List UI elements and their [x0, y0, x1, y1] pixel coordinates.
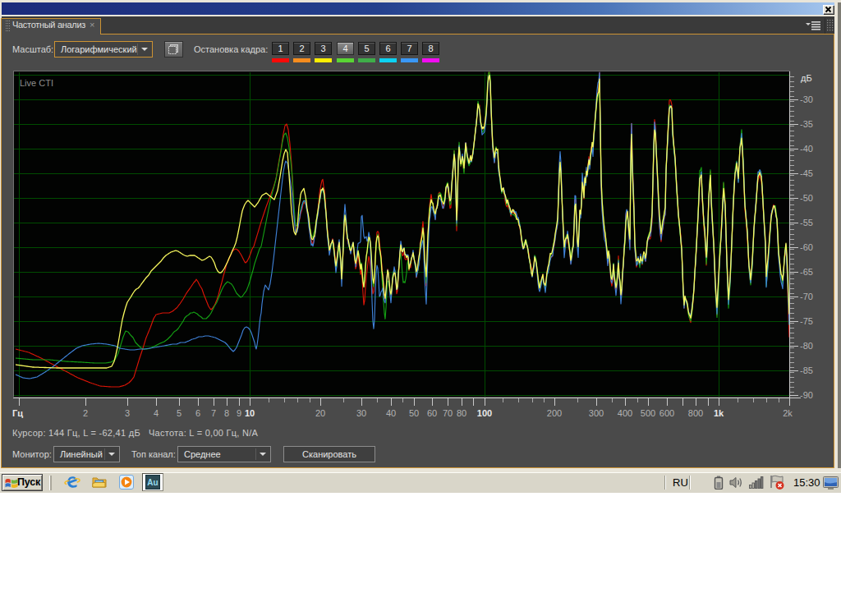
- svg-text:5: 5: [177, 408, 182, 418]
- svg-text:8: 8: [224, 408, 229, 418]
- svg-text:6: 6: [195, 408, 200, 418]
- svg-text:10: 10: [245, 408, 255, 418]
- svg-text:-40: -40: [800, 144, 813, 154]
- svg-text:2: 2: [83, 408, 88, 418]
- svg-text:50: 50: [409, 408, 419, 418]
- svg-text:3: 3: [125, 408, 130, 418]
- svg-text:-70: -70: [800, 292, 813, 301]
- svg-text:500: 500: [641, 408, 655, 418]
- svg-text:1k: 1k: [714, 408, 724, 418]
- svg-text:-80: -80: [800, 341, 813, 351]
- svg-text:дБ: дБ: [801, 73, 812, 83]
- svg-text:20: 20: [315, 408, 325, 418]
- svg-text:Live CTI: Live CTI: [20, 78, 53, 88]
- svg-text:-55: -55: [800, 218, 813, 228]
- svg-text:100: 100: [477, 408, 492, 418]
- svg-text:600: 600: [659, 408, 674, 418]
- svg-text:Гц: Гц: [12, 408, 23, 418]
- svg-text:40: 40: [386, 408, 396, 418]
- svg-text:2k: 2k: [783, 408, 793, 418]
- svg-text:-65: -65: [800, 267, 813, 277]
- svg-text:-85: -85: [800, 365, 813, 375]
- svg-text:7: 7: [211, 408, 216, 418]
- svg-text:300: 300: [589, 408, 604, 418]
- svg-text:60: 60: [427, 408, 437, 418]
- svg-text:80: 80: [457, 408, 466, 418]
- svg-text:800: 800: [688, 408, 703, 418]
- svg-text:-90: -90: [800, 390, 813, 400]
- svg-text:70: 70: [443, 408, 453, 418]
- svg-text:-60: -60: [800, 242, 813, 252]
- svg-text:4: 4: [154, 408, 159, 418]
- svg-text:30: 30: [356, 408, 366, 418]
- svg-text:400: 400: [618, 408, 632, 418]
- svg-text:-75: -75: [800, 316, 813, 326]
- svg-text:9: 9: [237, 408, 241, 418]
- svg-text:200: 200: [547, 408, 562, 418]
- svg-text:-30: -30: [800, 94, 813, 104]
- svg-text:-35: -35: [800, 119, 813, 129]
- svg-text:-50: -50: [800, 193, 813, 203]
- svg-text:-45: -45: [800, 168, 813, 178]
